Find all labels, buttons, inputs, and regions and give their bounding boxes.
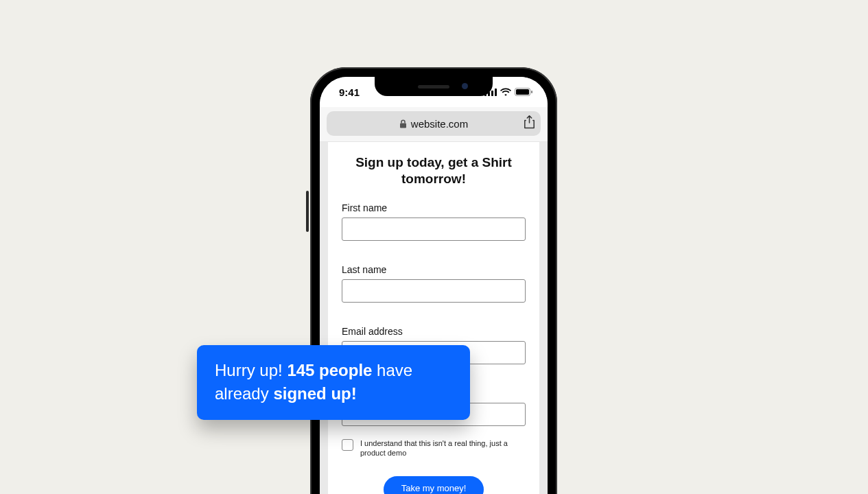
submit-button[interactable]: Take my money! <box>384 476 484 494</box>
first-name-label: First name <box>342 202 526 213</box>
lock-icon <box>399 119 407 128</box>
svg-rect-6 <box>531 91 532 93</box>
last-name-input[interactable] <box>342 279 526 303</box>
last-name-field-group: Last name <box>342 264 526 303</box>
phone-screen: 9:41 website.com Sign up today, get a Sh <box>320 77 548 494</box>
svg-rect-7 <box>400 123 406 128</box>
signup-card: Sign up today, get a Shirt tomorrow! Fir… <box>328 142 539 494</box>
phone-frame: 9:41 website.com Sign up today, get a Sh <box>310 67 557 494</box>
email-label: Email address <box>342 326 526 337</box>
banner-text-bold2: signed up! <box>273 384 356 403</box>
svg-rect-3 <box>495 89 497 96</box>
address-pill[interactable]: website.com <box>327 111 541 136</box>
wifi-icon <box>500 88 511 96</box>
status-indicators <box>484 88 532 96</box>
banner-text-bold1: 145 people <box>287 361 372 379</box>
svg-rect-2 <box>491 91 493 96</box>
last-name-label: Last name <box>342 264 526 275</box>
share-icon <box>524 115 535 129</box>
share-button[interactable] <box>524 115 535 132</box>
first-name-field-group: First name <box>342 202 526 241</box>
urgency-banner: Hurry up! 145 people have already signed… <box>197 345 470 420</box>
status-time: 9:41 <box>339 86 360 98</box>
browser-address-bar: website.com <box>320 107 548 142</box>
speaker-grille <box>418 85 449 89</box>
svg-rect-5 <box>516 89 529 95</box>
phone-notch <box>375 77 493 96</box>
page-viewport: Sign up today, get a Shirt tomorrow! Fir… <box>320 142 548 494</box>
consent-row: I understand that this isn't a real thin… <box>342 438 526 459</box>
battery-icon <box>515 88 532 96</box>
front-camera <box>462 83 468 89</box>
address-domain: website.com <box>411 118 468 130</box>
consent-label: I understand that this isn't a real thin… <box>360 438 526 459</box>
banner-text-prefix: Hurry up! <box>215 361 287 379</box>
page-heading: Sign up today, get a Shirt tomorrow! <box>342 154 526 187</box>
first-name-input[interactable] <box>342 217 526 241</box>
consent-checkbox[interactable] <box>342 439 353 451</box>
